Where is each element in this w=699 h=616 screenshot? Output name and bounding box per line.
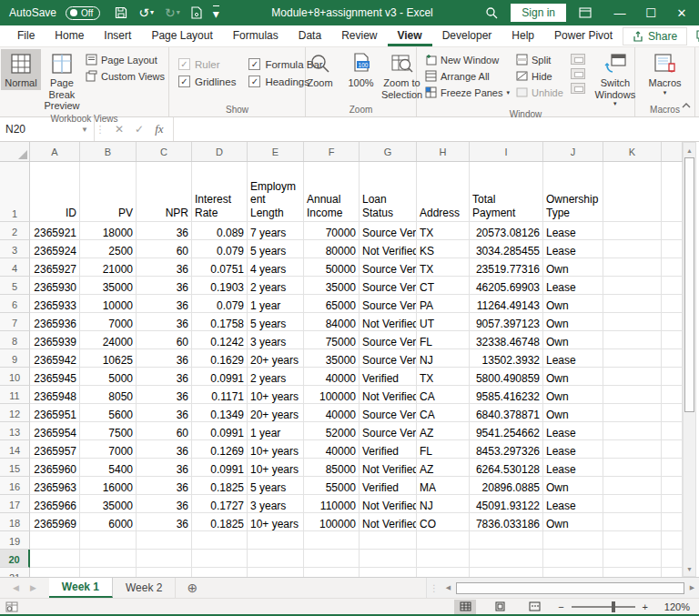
column-header-I[interactable]: I bbox=[470, 142, 543, 161]
cell-E12[interactable]: 20+ years bbox=[248, 404, 304, 422]
cell-L12[interactable] bbox=[662, 404, 683, 422]
gridlines-checkbox[interactable]: ✓Gridlines bbox=[178, 76, 236, 87]
cell-J17[interactable]: Lease bbox=[543, 495, 603, 513]
cell-I13[interactable]: 9541.254662 bbox=[470, 422, 543, 440]
cell-G7[interactable]: Not Verified bbox=[360, 313, 417, 331]
cell-J16[interactable]: Own bbox=[543, 477, 603, 495]
cell-J3[interactable]: Lease bbox=[543, 240, 603, 258]
tab-help[interactable]: Help bbox=[501, 25, 544, 46]
cell-G14[interactable]: Verified bbox=[360, 440, 417, 459]
zoom-100-button[interactable]: 100 100% bbox=[341, 49, 381, 90]
cell-A3[interactable]: 2365924 bbox=[30, 240, 80, 258]
column-header-partial[interactable] bbox=[662, 142, 683, 161]
cell-F11[interactable]: 100000 bbox=[304, 386, 360, 404]
vertical-scroll-thumb[interactable] bbox=[684, 157, 694, 412]
cell-I16[interactable]: 20896.0885 bbox=[470, 477, 543, 495]
cell-E18[interactable]: 10+ years bbox=[248, 513, 304, 531]
cell-K5[interactable] bbox=[603, 277, 662, 295]
zoom-slider[interactable]: − + bbox=[558, 601, 648, 612]
cell-E3[interactable]: 5 years bbox=[248, 240, 304, 258]
tab-data[interactable]: Data bbox=[289, 25, 331, 46]
cell-L20[interactable] bbox=[662, 550, 683, 568]
cell-J18[interactable]: Own bbox=[543, 513, 603, 531]
cell-J7[interactable]: Own bbox=[543, 313, 603, 331]
row-header-8[interactable]: 8 bbox=[0, 331, 30, 349]
cell-D17[interactable]: 0.1727 bbox=[192, 495, 248, 513]
column-header-G[interactable]: G bbox=[360, 142, 417, 161]
cell-L6[interactable] bbox=[662, 295, 683, 313]
cell-J13[interactable]: Lease bbox=[543, 422, 603, 440]
cell-E20[interactable] bbox=[248, 550, 304, 568]
cell-F5[interactable]: 35000 bbox=[304, 277, 360, 295]
cell-J21[interactable] bbox=[543, 568, 603, 577]
cell-K17[interactable] bbox=[603, 495, 662, 513]
cell-D4[interactable]: 0.0751 bbox=[192, 258, 248, 277]
cell-D13[interactable]: 0.0991 bbox=[192, 422, 248, 440]
cell-F14[interactable]: 40000 bbox=[304, 440, 360, 459]
column-header-D[interactable]: D bbox=[192, 142, 248, 161]
cell-C8[interactable]: 60 bbox=[137, 331, 192, 349]
customize-qat-icon[interactable]: ▾ bbox=[213, 5, 219, 20]
cell-B14[interactable]: 7000 bbox=[80, 440, 137, 459]
cell-A9[interactable]: 2365942 bbox=[30, 349, 80, 368]
cell-L17[interactable] bbox=[662, 495, 683, 513]
switch-windows-button[interactable]: Switch Windows ▾ bbox=[595, 49, 635, 108]
cell-I7[interactable]: 9057.397123 bbox=[470, 313, 543, 331]
tab-formulas[interactable]: Formulas bbox=[223, 25, 289, 46]
cell-K20[interactable] bbox=[603, 550, 662, 568]
row-header-11[interactable]: 11 bbox=[0, 386, 30, 404]
cell-A17[interactable]: 2365966 bbox=[30, 495, 80, 513]
scroll-left-icon[interactable]: ◀ bbox=[441, 584, 455, 591]
tab-file[interactable]: File bbox=[7, 25, 45, 46]
cell-J2[interactable]: Lease bbox=[543, 222, 603, 240]
cell-L18[interactable] bbox=[662, 513, 683, 531]
cell-L1[interactable] bbox=[662, 162, 683, 222]
cell-K19[interactable] bbox=[603, 531, 662, 550]
cell-L3[interactable] bbox=[662, 240, 683, 258]
cell-D21[interactable] bbox=[192, 568, 248, 577]
cell-J5[interactable]: Lease bbox=[543, 277, 603, 295]
cell-B4[interactable]: 21000 bbox=[80, 258, 137, 277]
cell-B16[interactable]: 16000 bbox=[80, 477, 137, 495]
row-header-21[interactable]: 21 bbox=[0, 568, 30, 577]
cell-L4[interactable] bbox=[662, 258, 683, 277]
cell-I20[interactable] bbox=[470, 550, 543, 568]
tab-insert[interactable]: Insert bbox=[94, 25, 141, 46]
cell-C5[interactable]: 36 bbox=[137, 277, 192, 295]
cell-F2[interactable]: 70000 bbox=[304, 222, 360, 240]
close-button[interactable]: ✕ bbox=[666, 6, 697, 20]
touch-mode-icon[interactable] bbox=[191, 6, 202, 19]
row-header-5[interactable]: 5 bbox=[0, 277, 30, 295]
cell-D3[interactable]: 0.079 bbox=[192, 240, 248, 258]
cell-B8[interactable]: 24000 bbox=[80, 331, 137, 349]
row-header-9[interactable]: 9 bbox=[0, 349, 30, 368]
cell-L2[interactable] bbox=[662, 222, 683, 240]
cell-I12[interactable]: 6840.378871 bbox=[470, 404, 543, 422]
cell-B13[interactable]: 7500 bbox=[80, 422, 137, 440]
cell-A7[interactable]: 2365936 bbox=[30, 313, 80, 331]
column-header-F[interactable]: F bbox=[304, 142, 360, 161]
cell-J12[interactable]: Own bbox=[543, 404, 603, 422]
cell-K1[interactable] bbox=[603, 162, 662, 222]
sheet-nav-left-icon[interactable]: ◀ bbox=[13, 583, 19, 592]
row-header-17[interactable]: 17 bbox=[0, 495, 30, 513]
cell-G15[interactable]: Not Verified bbox=[360, 459, 417, 477]
cell-H2[interactable]: TX bbox=[417, 222, 470, 240]
cell-E8[interactable]: 3 years bbox=[248, 331, 304, 349]
cell-I10[interactable]: 5800.490859 bbox=[470, 368, 543, 386]
cell-H21[interactable] bbox=[417, 568, 470, 577]
cell-J19[interactable] bbox=[543, 531, 603, 550]
cell-L14[interactable] bbox=[662, 440, 683, 459]
row-header-20[interactable]: 20 bbox=[0, 550, 30, 568]
cell-A15[interactable]: 2365960 bbox=[30, 459, 80, 477]
cell-G16[interactable]: Verified bbox=[360, 477, 417, 495]
cell-F6[interactable]: 65000 bbox=[304, 295, 360, 313]
row-header-19[interactable]: 19 bbox=[0, 531, 30, 550]
cell-C13[interactable]: 60 bbox=[137, 422, 192, 440]
maximize-button[interactable]: ☐ bbox=[635, 6, 666, 20]
zoom-out-icon[interactable]: − bbox=[558, 601, 563, 612]
row-header-1[interactable]: 1 bbox=[0, 162, 30, 222]
cell-H20[interactable] bbox=[417, 550, 470, 568]
cell-D7[interactable]: 0.1758 bbox=[192, 313, 248, 331]
cell-G10[interactable]: Verified bbox=[360, 368, 417, 386]
